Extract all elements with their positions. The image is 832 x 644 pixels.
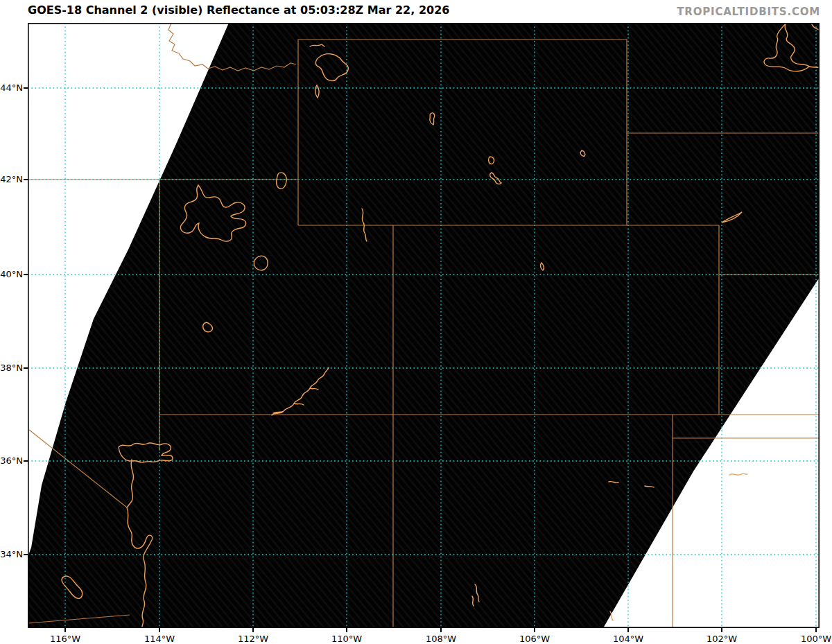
lat-tick-label: 38°N (0, 363, 23, 372)
lon-tick (815, 628, 816, 632)
lat-tick-label: 42°N (0, 175, 23, 184)
brantley-lake (610, 611, 613, 620)
page-title: GOES-18 Channel 2 (visible) Reflectance … (28, 3, 449, 17)
lat-tick (24, 367, 28, 368)
lon-tick-label: 104°W (606, 634, 650, 643)
lat-tick (24, 554, 28, 555)
lon-tick-label: 102°W (700, 634, 744, 643)
lat-tick-label: 34°N (0, 550, 23, 559)
lon-tick-label: 108°W (419, 634, 463, 643)
lon-tick (346, 628, 347, 632)
lon-tick (721, 628, 722, 632)
lon-tick-label: 112°W (231, 634, 275, 643)
lon-tick (64, 628, 65, 632)
lon-tick-label: 114°W (137, 634, 182, 643)
lon-tick-label: 106°W (512, 634, 557, 643)
watermark-tropicaltidbits: TROPICALTIDBITS.COM (677, 6, 820, 18)
lon-tick-label: 116°W (43, 634, 87, 643)
lat-tick (24, 460, 28, 461)
lake-meredith (729, 473, 747, 475)
lat-tick (24, 274, 28, 275)
lat-tick-label: 36°N (0, 456, 23, 465)
satellite-map (28, 23, 820, 628)
lon-tick (627, 628, 628, 632)
lon-tick (159, 628, 159, 632)
lat-tick (24, 179, 28, 180)
lon-tick-label: 110°W (324, 634, 369, 643)
lon-tick (252, 628, 253, 632)
lon-tick-label: 100°W (794, 634, 832, 643)
lat-tick-label: 40°N (0, 270, 23, 279)
lat-tick-label: 44°N (0, 83, 23, 92)
lat-tick (24, 87, 28, 88)
lon-tick (440, 628, 441, 632)
goes-satellite-page: { "header": { "title": "GOES-18 Channel … (0, 0, 832, 644)
lon-tick (534, 628, 535, 632)
